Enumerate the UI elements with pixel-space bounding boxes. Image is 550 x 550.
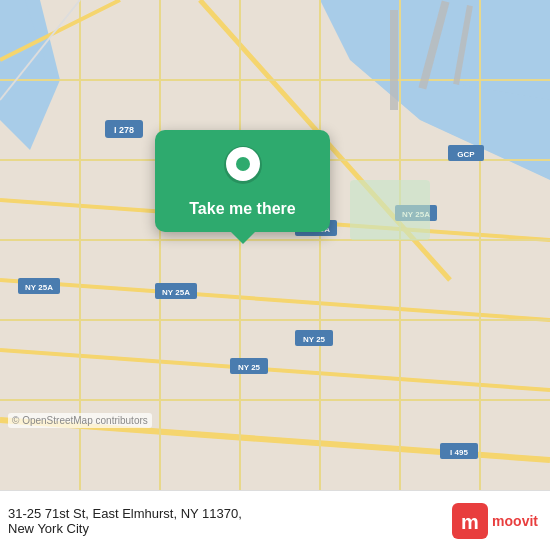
address-section: 31-25 71st St, East Elmhurst, NY 11370, … bbox=[8, 506, 242, 536]
city-text: New York City bbox=[8, 521, 242, 536]
map-container: I 278 NY 25A NY 25A NY 25A NY 25A NY 25 … bbox=[0, 0, 550, 490]
location-pin-icon bbox=[224, 146, 262, 190]
svg-rect-43 bbox=[390, 10, 398, 110]
svg-text:NY 25: NY 25 bbox=[238, 363, 261, 372]
moovit-logo: m moovit bbox=[452, 503, 538, 539]
svg-text:GCP: GCP bbox=[457, 150, 475, 159]
svg-text:I 495: I 495 bbox=[450, 448, 468, 457]
moovit-icon: m bbox=[452, 503, 488, 539]
svg-text:NY 25A: NY 25A bbox=[162, 288, 190, 297]
osm-attribution: © OpenStreetMap contributors bbox=[8, 413, 152, 428]
take-me-there-label: Take me there bbox=[189, 200, 295, 218]
address-text: 31-25 71st St, East Elmhurst, NY 11370, bbox=[8, 506, 242, 521]
take-me-there-popup[interactable]: Take me there bbox=[155, 130, 330, 232]
svg-point-48 bbox=[236, 157, 250, 171]
bottom-bar: 31-25 71st St, East Elmhurst, NY 11370, … bbox=[0, 490, 550, 550]
svg-rect-42 bbox=[350, 180, 430, 240]
svg-text:I 278: I 278 bbox=[114, 125, 134, 135]
svg-text:m: m bbox=[461, 511, 479, 533]
svg-text:NY 25A: NY 25A bbox=[25, 283, 53, 292]
svg-text:NY 25: NY 25 bbox=[303, 335, 326, 344]
moovit-text: moovit bbox=[492, 513, 538, 529]
